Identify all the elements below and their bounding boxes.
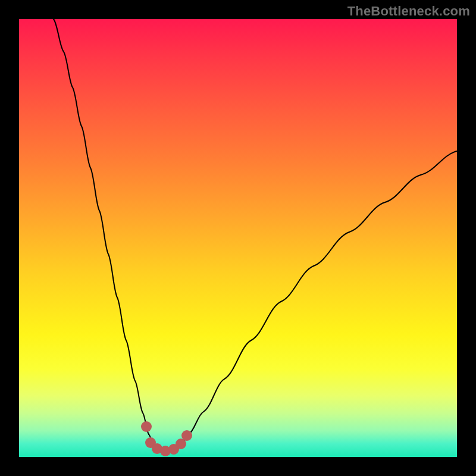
valley-marker-6 xyxy=(181,430,192,441)
series-group xyxy=(54,19,457,451)
outer-frame: TheBottleneck.com xyxy=(0,0,476,476)
valley-marker-0 xyxy=(141,421,152,432)
watermark-label: TheBottleneck.com xyxy=(347,4,470,19)
plot-area xyxy=(19,19,457,457)
series-left_branch xyxy=(54,19,149,434)
bottleneck-curve xyxy=(19,19,457,457)
series-right_branch xyxy=(189,151,457,434)
marker-group xyxy=(141,421,192,456)
